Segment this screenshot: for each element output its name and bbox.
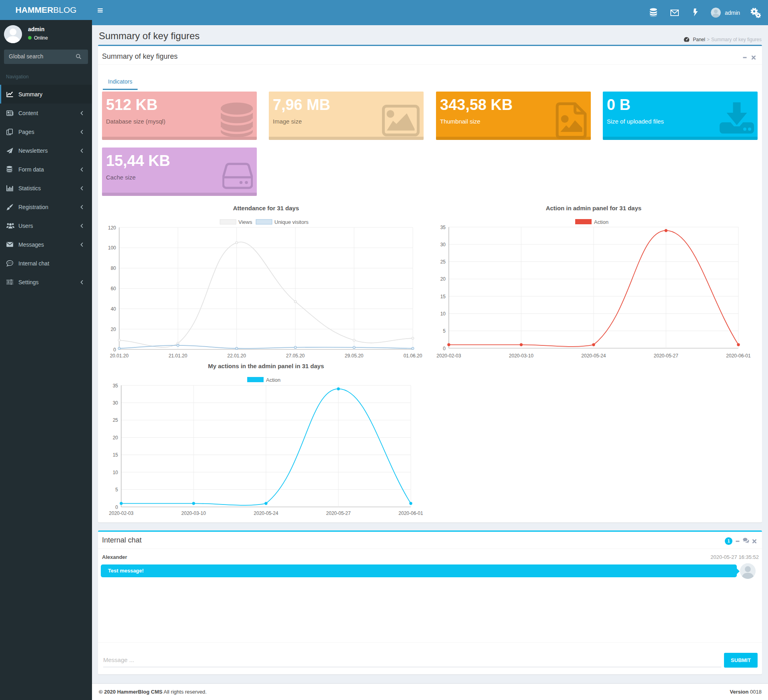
svg-text:60: 60: [111, 286, 116, 291]
svg-text:35: 35: [440, 225, 446, 230]
svg-text:2020-03-10: 2020-03-10: [181, 511, 206, 516]
svg-text:10: 10: [113, 470, 118, 475]
svg-text:Attendance for 31 days: Attendance for 31 days: [233, 205, 299, 211]
svg-text:40: 40: [111, 306, 116, 312]
svg-text:Views: Views: [238, 219, 252, 225]
svg-text:80: 80: [111, 265, 116, 271]
svg-text:2020-02-03: 2020-02-03: [436, 353, 461, 359]
svg-text:25: 25: [113, 417, 118, 423]
svg-text:My actions in the admin panel: My actions in the admin panel in 31 days: [208, 363, 324, 369]
svg-text:20.01.20: 20.01.20: [110, 353, 129, 359]
svg-text:30: 30: [113, 400, 118, 406]
svg-text:2020-06-01: 2020-06-01: [726, 353, 751, 359]
svg-text:15: 15: [113, 452, 118, 458]
svg-text:2020-03-10: 2020-03-10: [509, 353, 534, 359]
svg-text:2020-05-27: 2020-05-27: [326, 511, 351, 516]
svg-text:2020-06-01: 2020-06-01: [398, 511, 423, 516]
svg-text:35: 35: [113, 383, 118, 389]
svg-text:0: 0: [113, 347, 116, 353]
svg-text:2020-02-03: 2020-02-03: [109, 511, 134, 516]
svg-text:30: 30: [440, 242, 446, 247]
svg-text:Unique visitors: Unique visitors: [274, 219, 309, 225]
svg-text:2020-05-24: 2020-05-24: [581, 353, 606, 359]
svg-text:20: 20: [111, 327, 116, 332]
svg-text:01.06.20: 01.06.20: [404, 353, 422, 359]
svg-text:20: 20: [113, 435, 118, 441]
svg-text:5: 5: [115, 487, 118, 493]
svg-text:Action: Action: [266, 377, 280, 383]
svg-text:120: 120: [108, 225, 116, 231]
svg-text:0: 0: [443, 346, 446, 351]
svg-text:Action: Action: [594, 219, 608, 225]
svg-text:22.01.20: 22.01.20: [227, 353, 246, 359]
svg-text:100: 100: [108, 245, 116, 251]
svg-text:25: 25: [440, 259, 446, 265]
svg-text:2020-05-24: 2020-05-24: [254, 511, 278, 516]
svg-text:0: 0: [115, 505, 118, 510]
svg-text:21.01.20: 21.01.20: [168, 353, 187, 359]
svg-text:5: 5: [443, 328, 446, 334]
svg-text:27.05.20: 27.05.20: [286, 353, 305, 359]
svg-text:15: 15: [440, 294, 446, 299]
svg-text:10: 10: [440, 311, 446, 317]
svg-text:29.05.20: 29.05.20: [345, 353, 364, 359]
svg-text:20: 20: [440, 276, 446, 282]
svg-text:Action in admin panel for 31 d: Action in admin panel for 31 days: [546, 205, 641, 211]
svg-text:2020-05-27: 2020-05-27: [654, 353, 678, 359]
